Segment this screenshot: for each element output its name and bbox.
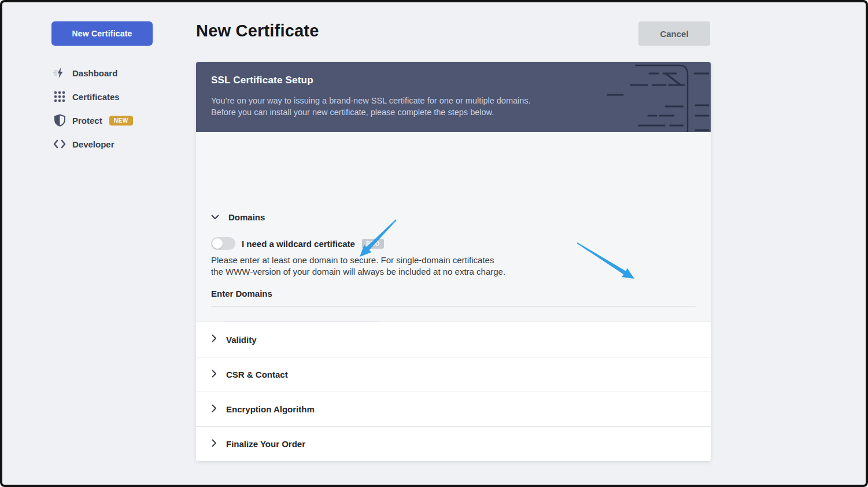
domains-section-header[interactable]: Domains <box>211 212 265 222</box>
new-badge: NEW <box>109 116 133 126</box>
ssl-setup-hero: SSL Certificate Setup You’re on your way… <box>196 62 711 132</box>
sidebar-item-dashboard[interactable]: Dashboard <box>53 65 133 81</box>
sidebar-item-certificates[interactable]: Certificates <box>53 88 133 105</box>
sidebar-nav: Dashboard Certificates <box>53 65 133 160</box>
chevron-right-icon <box>212 334 217 345</box>
hero-description-line1: You’re on your way to issuing a brand-ne… <box>211 96 531 105</box>
accordion-label: Validity <box>226 335 257 345</box>
accordion-row-encryption-algorithm[interactable]: Encryption Algorithm <box>196 392 711 426</box>
accordion-label: Finalize Your Order <box>226 439 305 449</box>
hero-decoration <box>601 62 711 132</box>
wildcard-toggle-label: I need a wildcard certificate <box>242 239 355 249</box>
sidebar-item-developer[interactable]: Developer <box>53 136 133 152</box>
shield-icon <box>53 114 66 127</box>
accordion-row-validity[interactable]: Validity <box>196 322 711 357</box>
wildcard-toggle[interactable] <box>211 237 235 250</box>
domains-section-label: Domains <box>228 212 265 222</box>
chevron-down-icon <box>211 212 219 222</box>
cancel-button[interactable]: Cancel <box>638 21 710 46</box>
domains-help-line2: the WWW-version of your domain will alwa… <box>211 267 505 276</box>
domains-help-line1: Please enter at least one domain to secu… <box>211 255 494 265</box>
new-certificate-button[interactable]: New Certificate <box>51 21 153 46</box>
pro-badge: PRO <box>362 239 384 249</box>
wildcard-toggle-row: I need a wildcard certificate PRO <box>211 237 384 250</box>
dashboard-icon <box>53 67 66 79</box>
toggle-knob <box>212 238 223 249</box>
accordion-label: CSR & Contact <box>226 370 288 379</box>
sidebar-item-label: Developer <box>72 139 114 149</box>
app-window: New Certificate Dashboard <box>0 0 868 487</box>
divider <box>211 306 696 307</box>
chevron-right-icon <box>212 370 217 380</box>
sidebar-item-label: Dashboard <box>72 68 117 78</box>
page-title: New Certificate <box>196 21 319 40</box>
hero-title: SSL Certificate Setup <box>211 75 313 86</box>
sidebar-item-label: Protect <box>72 116 102 126</box>
code-icon <box>53 138 66 150</box>
chevron-right-icon <box>212 439 217 449</box>
certificates-icon <box>53 90 66 103</box>
accordion-label: Encryption Algorithm <box>226 404 315 414</box>
chevron-right-icon <box>212 404 217 415</box>
hero-description-line2: Before you can install your new certific… <box>211 108 494 117</box>
domains-section: Domains I need a wildcard certificate PR… <box>196 132 711 322</box>
accordion-row-csr-contact[interactable]: CSR & Contact <box>196 357 711 392</box>
sidebar-item-protect[interactable]: Protect NEW <box>53 112 133 128</box>
accordion-row-finalize-order[interactable]: Finalize Your Order <box>196 426 711 461</box>
enter-domains-label: Enter Domains <box>211 289 272 298</box>
sidebar-item-label: Certificates <box>72 92 120 102</box>
certificate-setup-card: SSL Certificate Setup You’re on your way… <box>196 62 711 461</box>
